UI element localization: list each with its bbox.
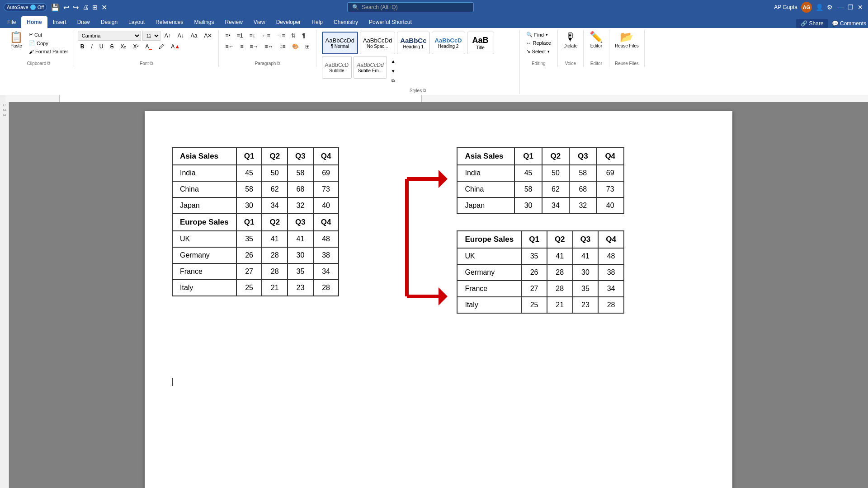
tab-powerful-shortcut[interactable]: Powerful Shortcut xyxy=(363,16,417,28)
profile-icon[interactable]: 👤 xyxy=(816,4,823,11)
tab-file[interactable]: File xyxy=(2,16,21,28)
r-italy-q2: 21 xyxy=(547,297,573,313)
change-case-button[interactable]: Aa xyxy=(188,31,200,41)
numbering-button[interactable]: ≡1 xyxy=(234,31,246,41)
china-label: China xyxy=(172,181,236,197)
page-marker-1: 1 xyxy=(2,104,7,106)
italic-button[interactable]: I xyxy=(88,42,95,52)
decrease-indent-button[interactable]: ←≡ xyxy=(259,31,273,41)
close-icon[interactable]: ✕ xyxy=(101,3,107,12)
tab-review[interactable]: Review xyxy=(220,16,248,28)
r-asia-header-q2: Q2 xyxy=(542,148,569,165)
paste-button[interactable]: 📋 Paste xyxy=(7,31,25,49)
tab-developer[interactable]: Developer xyxy=(271,16,307,28)
style-heading2[interactable]: AaBbCcD Heading 2 xyxy=(432,32,465,54)
dictate-button[interactable]: 🎙 Dictate xyxy=(561,31,580,49)
style-normal[interactable]: AaBbCcDd ¶ Normal xyxy=(322,32,358,54)
doc-scroll[interactable]: Asia Sales Q1 Q2 Q3 Q4 India 45 50 58 69 xyxy=(9,102,868,488)
customize-icon[interactable]: ⊞ xyxy=(92,4,98,11)
show-marks-button[interactable]: ¶ xyxy=(299,31,307,41)
styles-up-button[interactable]: ▲ xyxy=(389,56,398,66)
styles-expand-icon[interactable]: ⧉ xyxy=(423,88,426,93)
tab-view[interactable]: View xyxy=(248,16,271,28)
asia-header-q2: Q2 xyxy=(262,148,288,165)
minimize-button[interactable]: — xyxy=(836,3,844,11)
text-color-button[interactable]: A▲ xyxy=(168,42,183,52)
borders-button[interactable]: ⊞ xyxy=(302,42,312,52)
redo-icon[interactable]: ↪ xyxy=(73,3,79,12)
style-subtle-em[interactable]: AaBbCcDd Subtle Em... xyxy=(354,56,387,79)
autosave-toggle[interactable]: AutoSave Off xyxy=(4,3,47,11)
reuse-files-button[interactable]: 📂 Reuse Files xyxy=(613,31,641,49)
dictate-label: Dictate xyxy=(563,43,577,48)
superscript-button[interactable]: X² xyxy=(130,42,141,52)
subscript-button[interactable]: X₂ xyxy=(118,42,129,52)
search-bar[interactable]: 🔍 Search (Alt+Q) xyxy=(347,2,474,12)
align-center-button[interactable]: ≡ xyxy=(238,42,246,52)
style-subtitle[interactable]: AaBbCcD Subtitle xyxy=(322,56,352,79)
r-france-q1: 27 xyxy=(521,281,547,297)
undo-icon[interactable]: ↩ xyxy=(63,3,69,12)
style-heading1[interactable]: AaBbCc Heading 1 xyxy=(397,32,429,54)
font-shrink-button[interactable]: A↓ xyxy=(175,31,187,41)
print-icon[interactable]: 🖨 xyxy=(82,4,89,11)
close-window-button[interactable]: ✕ xyxy=(856,3,864,11)
bullets-button[interactable]: ≡• xyxy=(222,31,233,41)
clipboard-buttons: 📋 Paste ✂ Cut 📄 Copy 🖌 Format Painter xyxy=(7,31,70,55)
font-grow-button[interactable]: A↑ xyxy=(162,31,174,41)
tab-insert[interactable]: Insert xyxy=(47,16,72,28)
font-family-select[interactable]: Cambria xyxy=(78,31,141,41)
france-q2: 28 xyxy=(262,263,288,280)
tab-references[interactable]: References xyxy=(150,16,189,28)
paste-icon: 📋 xyxy=(9,32,23,42)
justify-button[interactable]: ≡↔ xyxy=(262,42,276,52)
cut-button[interactable]: ✂ Cut xyxy=(27,31,70,38)
clear-format-button[interactable]: A✕ xyxy=(201,31,215,41)
avatar[interactable]: AG xyxy=(801,2,812,13)
shading-button[interactable]: 🎨 xyxy=(289,42,302,52)
styles-expand-button[interactable]: ⧉ xyxy=(389,76,398,86)
copy-icon: 📄 xyxy=(29,40,35,46)
text-cursor-area[interactable] xyxy=(172,378,705,386)
table-row: France 27 28 35 34 xyxy=(457,281,623,297)
style-title[interactable]: AaB Title xyxy=(467,32,494,54)
tab-mailings[interactable]: Mailings xyxy=(189,16,219,28)
tab-chemistry[interactable]: Chemistry xyxy=(328,16,363,28)
increase-indent-button[interactable]: →≡ xyxy=(274,31,288,41)
bold-button[interactable]: B xyxy=(78,42,87,52)
select-button[interactable]: ↘ Select ▾ xyxy=(524,47,554,55)
line-spacing-button[interactable]: ↕≡ xyxy=(277,42,288,52)
styles-down-button[interactable]: ▼ xyxy=(389,66,398,76)
sort-button[interactable]: ⇅ xyxy=(288,31,298,41)
replace-button[interactable]: ↔ Replace xyxy=(524,39,554,47)
font-size-select[interactable]: 12 xyxy=(142,31,160,41)
india-label: India xyxy=(172,165,236,181)
highlight-button[interactable]: 🖊 xyxy=(156,42,167,52)
align-left-button[interactable]: ≡← xyxy=(222,42,236,52)
maximize-button[interactable]: ❐ xyxy=(846,3,854,11)
settings-icon[interactable]: ⚙ xyxy=(827,4,833,11)
tab-layout[interactable]: Layout xyxy=(123,16,150,28)
multilevel-button[interactable]: ≡↕ xyxy=(246,31,258,41)
save-icon[interactable]: 💾 xyxy=(51,3,60,12)
paragraph-expand-icon[interactable]: ⧉ xyxy=(277,61,280,66)
strikethrough-button[interactable]: S xyxy=(107,42,116,52)
font-color-button[interactable]: A_ xyxy=(142,42,155,52)
font-expand-icon[interactable]: ⧉ xyxy=(150,61,153,66)
copy-button[interactable]: 📄 Copy xyxy=(27,39,70,47)
clipboard-expand-icon[interactable]: ⧉ xyxy=(47,61,50,66)
tab-draw[interactable]: Draw xyxy=(72,16,95,28)
tab-design[interactable]: Design xyxy=(95,16,123,28)
comments-button[interactable]: 💬 Comments xyxy=(832,20,866,27)
table-row: Europe Sales Q1 Q2 Q3 Q4 xyxy=(457,231,623,248)
format-painter-button[interactable]: 🖌 Format Painter xyxy=(27,48,70,55)
underline-button[interactable]: U xyxy=(97,42,106,52)
tab-help[interactable]: Help xyxy=(306,16,328,28)
style-no-spacing[interactable]: AaBbCcDd No Spac... xyxy=(360,32,395,54)
find-button[interactable]: 🔍 Find ▾ xyxy=(524,31,554,38)
right-europe-table: Europe Sales Q1 Q2 Q3 Q4 UK 35 41 41 xyxy=(457,230,624,314)
align-right-button[interactable]: ≡→ xyxy=(247,42,261,52)
editor-button[interactable]: ✏️ Editor xyxy=(587,31,605,49)
share-button[interactable]: 🔗 Share xyxy=(796,19,828,28)
tab-home[interactable]: Home xyxy=(21,16,47,28)
